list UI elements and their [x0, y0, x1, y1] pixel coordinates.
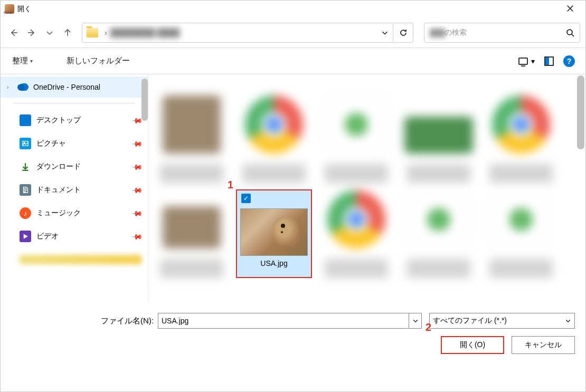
file-list[interactable]: 1 ✓ USA.jpg	[148, 74, 585, 302]
filename-input[interactable]	[158, 313, 409, 329]
filetype-select[interactable]: すべてのファイル (*.*)	[429, 313, 575, 329]
divider	[13, 103, 135, 103]
cancel-button[interactable]: キャンセル	[512, 336, 575, 354]
file-item-blurred[interactable]	[318, 189, 394, 278]
breadcrumb-path: ████████ ████	[110, 28, 381, 37]
filename-row: ファイル名(N): すべてのファイル (*.*)	[11, 313, 575, 329]
sidebar-item-label: ダウンロード	[36, 162, 81, 171]
pin-icon: 📌	[131, 137, 143, 149]
help-button[interactable]: ?	[563, 55, 575, 67]
sidebar: › OneDrive - Personal デスクトップ 📌 ピクチャ 📌 ダウ…	[1, 74, 148, 302]
organize-label: 整理	[12, 56, 28, 66]
navigation-bar: › ████████ ████ ███ の検索	[1, 17, 585, 48]
new-folder-button[interactable]: 新しいフォルダー	[65, 54, 131, 68]
sidebar-item-downloads[interactable]: ダウンロード 📌	[1, 155, 148, 178]
address-bar[interactable]: › ████████ ████	[82, 23, 393, 43]
annotation-2: 2	[426, 321, 431, 333]
pin-icon: 📌	[131, 160, 143, 173]
sidebar-scrollbar[interactable]	[141, 79, 148, 121]
filetype-label: すべてのファイル (*.*)	[433, 316, 507, 326]
organize-menu[interactable]: 整理 ▾	[11, 54, 34, 68]
close-button[interactable]	[559, 2, 581, 17]
filename-label: ファイル名(N):	[11, 316, 154, 326]
pictures-icon	[20, 138, 31, 149]
pin-icon: 📌	[131, 207, 143, 219]
onedrive-icon	[17, 83, 29, 91]
button-row: 2 開く(O) キャンセル	[11, 336, 575, 354]
chevron-down-icon: ▾	[30, 58, 33, 64]
svg-point-0	[567, 30, 572, 35]
view-icon	[518, 58, 528, 65]
music-icon	[20, 207, 31, 219]
videos-icon	[20, 231, 31, 242]
annotation-1: 1	[228, 179, 233, 191]
file-item-blurred[interactable]	[236, 78, 312, 183]
sidebar-item-blurred[interactable]	[1, 248, 148, 271]
chevron-down-icon[interactable]	[381, 29, 389, 36]
search-prefix: ███	[430, 28, 445, 37]
main-area: › OneDrive - Personal デスクトップ 📌 ピクチャ 📌 ダウ…	[1, 74, 585, 302]
chevron-down-icon	[565, 318, 571, 324]
sidebar-item-label: ピクチャ	[36, 139, 66, 148]
bottom-panel: ファイル名(N): すべてのファイル (*.*) 2 開く(O) キャンセル	[1, 302, 585, 362]
blurred-item	[20, 255, 141, 264]
file-item-blurred[interactable]	[154, 78, 230, 183]
new-folder-label: 新しいフォルダー	[67, 56, 130, 66]
back-button[interactable]	[6, 25, 22, 41]
sidebar-item-onedrive[interactable]: › OneDrive - Personal	[1, 77, 148, 98]
recent-dropdown[interactable]	[42, 25, 58, 41]
file-item-blurred[interactable]	[483, 189, 559, 278]
downloads-icon	[20, 161, 31, 173]
file-name-label: USA.jpg	[260, 259, 287, 267]
desktop-icon	[20, 114, 31, 126]
app-icon	[5, 4, 14, 14]
open-button[interactable]: 開く(O)	[441, 336, 504, 354]
filename-dropdown[interactable]	[409, 313, 422, 329]
chevron-right-icon: ›	[7, 84, 13, 90]
sidebar-item-label: ドキュメント	[36, 185, 81, 195]
refresh-button[interactable]	[393, 23, 413, 43]
sidebar-item-videos[interactable]: ビデオ 📌	[1, 225, 148, 248]
toolbar: 整理 ▾ 新しいフォルダー ▾ ?	[1, 48, 585, 74]
documents-icon	[20, 184, 31, 196]
file-item-blurred[interactable]	[401, 78, 477, 183]
preview-pane-button[interactable]	[544, 56, 554, 66]
pin-icon: 📌	[131, 184, 143, 196]
chevron-right-icon: ›	[105, 28, 107, 37]
search-input[interactable]: ███ の検索	[424, 23, 580, 43]
file-item-blurred[interactable]	[318, 78, 394, 183]
view-menu[interactable]: ▾	[518, 57, 535, 65]
file-item-blurred[interactable]	[401, 189, 477, 278]
up-button[interactable]	[60, 25, 75, 41]
file-item-selected[interactable]: 1 ✓ USA.jpg	[236, 189, 312, 278]
file-item-blurred[interactable]	[483, 78, 559, 183]
pin-icon: 📌	[131, 230, 143, 242]
forward-button[interactable]	[24, 25, 40, 41]
check-icon: ✓	[241, 194, 251, 203]
sidebar-item-pictures[interactable]: ピクチャ 📌	[1, 132, 148, 155]
sidebar-item-label: ビデオ	[36, 232, 59, 241]
sidebar-item-music[interactable]: ミュージック 📌	[1, 202, 148, 225]
file-item-blurred[interactable]	[154, 189, 230, 278]
folder-icon	[87, 28, 98, 37]
window-title: 開く	[17, 4, 31, 14]
sidebar-item-documents[interactable]: ドキュメント 📌	[1, 178, 148, 202]
thumbnail	[240, 208, 308, 256]
title-bar: 開く	[1, 1, 585, 17]
chevron-down-icon: ▾	[531, 57, 535, 65]
search-icon	[566, 28, 574, 37]
sidebar-item-label: ミュージック	[36, 208, 81, 218]
search-placeholder: の検索	[445, 28, 566, 37]
sidebar-item-label: デスクトップ	[36, 116, 81, 125]
filepane-scrollbar[interactable]	[577, 75, 584, 149]
sidebar-item-label: OneDrive - Personal	[33, 83, 100, 91]
sidebar-item-desktop[interactable]: デスクトップ 📌	[1, 109, 148, 132]
